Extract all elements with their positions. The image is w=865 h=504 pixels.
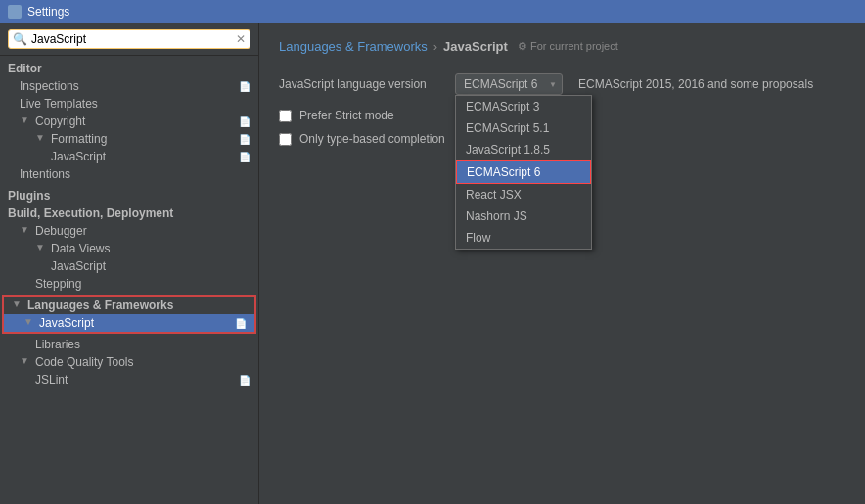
option-es51[interactable]: ECMAScript 5.1 [456,117,591,139]
js-formatting-label: JavaScript [51,150,239,163]
data-views-label: Data Views [51,242,250,255]
breadcrumb: Languages & Frameworks › JavaScript ⚙ Fo… [279,39,845,54]
search-icon: 🔍 [13,32,27,46]
search-input[interactable]: JavaScript [31,32,232,46]
sidebar-item-code-quality[interactable]: ▼ Code Quality Tools [0,353,258,371]
sidebar-item-javascript-formatting[interactable]: JavaScript 📄 [0,148,258,165]
editor-label: Editor [8,62,250,75]
stepping-label: Stepping [35,277,250,291]
option-reactjsx[interactable]: React JSX [456,184,591,206]
sidebar-item-live-templates[interactable]: Live Templates [0,95,258,113]
inspections-label: Inspections [20,79,239,93]
inspections-icon: 📄 [239,81,250,92]
language-version-description: ECMAScript 2015, 2016 and some proposals [578,77,813,91]
language-version-dropdown[interactable]: ECMAScript 6 [455,73,563,95]
strict-mode-label: Prefer Strict mode [299,109,394,122]
sidebar-item-stepping[interactable]: Stepping [0,275,258,293]
dropdown-selected-value: ECMAScript 6 [464,77,537,91]
code-quality-arrow: ▼ [20,355,33,369]
copyright-icon: 📄 [239,116,250,127]
language-version-row: JavaScript language version ECMAScript 6… [279,73,845,95]
sidebar-section-editor: Editor [0,60,258,77]
js-dataviews-label: JavaScript [51,259,250,273]
jslint-label: JSLint [35,373,239,387]
sidebar-section-build: Build, Execution, Deployment [0,205,258,222]
sidebar-item-javascript-dataviews[interactable]: JavaScript [0,257,258,275]
option-es6[interactable]: ECMAScript 6 [456,160,591,184]
libraries-label: Libraries [35,338,250,351]
type-based-checkbox[interactable] [279,133,292,146]
title-bar-label: Settings [27,5,69,19]
sidebar-section-languages: ▼ Languages & Frameworks [4,297,254,314]
js-main-label: JavaScript [39,316,235,330]
option-es3[interactable]: ECMAScript 3 [456,96,591,117]
sidebar-item-data-views[interactable]: ▼ Data Views [0,240,258,257]
formatting-icon: 📄 [239,134,250,145]
breadcrumb-note: ⚙ For current project [518,40,618,53]
clear-icon[interactable]: ✕ [236,32,246,46]
sidebar-item-libraries[interactable]: Libraries [0,336,258,353]
jslint-icon: 📄 [239,375,250,386]
breadcrumb-current: JavaScript [443,39,508,54]
language-version-dropdown-wrapper: ECMAScript 6 ECMAScript 3 ECMAScript 5.1… [455,73,563,95]
debugger-arrow: ▼ [20,224,33,238]
sidebar-item-javascript-main[interactable]: ▼ JavaScript 📄 [4,314,254,332]
title-bar-icon [8,5,22,19]
languages-label: Languages & Frameworks [27,298,247,312]
formatting-arrow: ▼ [35,132,49,146]
option-flow[interactable]: Flow [456,227,591,249]
search-wrapper: 🔍 JavaScript ✕ [8,29,250,49]
strict-mode-checkbox[interactable] [279,110,292,122]
option-nashornjs[interactable]: Nashorn JS [456,206,591,227]
sidebar-item-debugger[interactable]: ▼ Debugger [0,222,258,240]
sidebar-item-copyright[interactable]: ▼ Copyright 📄 [0,113,258,130]
languages-arrow: ▼ [12,298,25,312]
build-label: Build, Execution, Deployment [8,206,250,220]
option-es185[interactable]: JavaScript 1.8.5 [456,139,591,160]
live-templates-label: Live Templates [20,97,250,111]
sidebar-item-inspections[interactable]: Inspections 📄 [0,77,258,95]
right-panel: Languages & Frameworks › JavaScript ⚙ Fo… [259,23,865,504]
language-version-menu: ECMAScript 3 ECMAScript 5.1 JavaScript 1… [455,95,592,250]
sidebar-item-formatting[interactable]: ▼ Formatting 📄 [0,130,258,148]
plugins-label: Plugins [8,189,250,203]
sidebar-item-jslint[interactable]: JSLint 📄 [0,371,258,389]
breadcrumb-separator: › [433,39,437,54]
sidebar-section-plugins: Plugins [0,187,258,205]
type-based-label: Only type-based completion [299,132,445,146]
settings-window: Settings 🔍 JavaScript ✕ Editor Inspectio… [0,0,865,504]
breadcrumb-parent[interactable]: Languages & Frameworks [279,39,428,54]
main-content: 🔍 JavaScript ✕ Editor Inspections 📄 Live… [0,23,865,504]
formatting-label: Formatting [51,132,239,146]
title-bar: Settings [0,0,865,23]
intentions-label: Intentions [20,167,250,181]
data-views-arrow: ▼ [35,242,49,255]
js-main-arrow: ▼ [23,316,37,330]
sidebar-item-intentions[interactable]: Intentions [0,165,258,183]
js-formatting-icon: 📄 [239,152,250,162]
copyright-arrow: ▼ [20,115,33,128]
js-main-icon: 📄 [235,318,247,329]
language-version-label: JavaScript language version [279,77,445,91]
sidebar: 🔍 JavaScript ✕ Editor Inspections 📄 Live… [0,23,259,504]
copyright-label: Copyright [35,115,239,128]
search-bar: 🔍 JavaScript ✕ [0,23,258,56]
sidebar-tree: Editor Inspections 📄 Live Templates ▼ Co… [0,56,258,504]
code-quality-label: Code Quality Tools [35,355,250,369]
debugger-label: Debugger [35,224,250,238]
